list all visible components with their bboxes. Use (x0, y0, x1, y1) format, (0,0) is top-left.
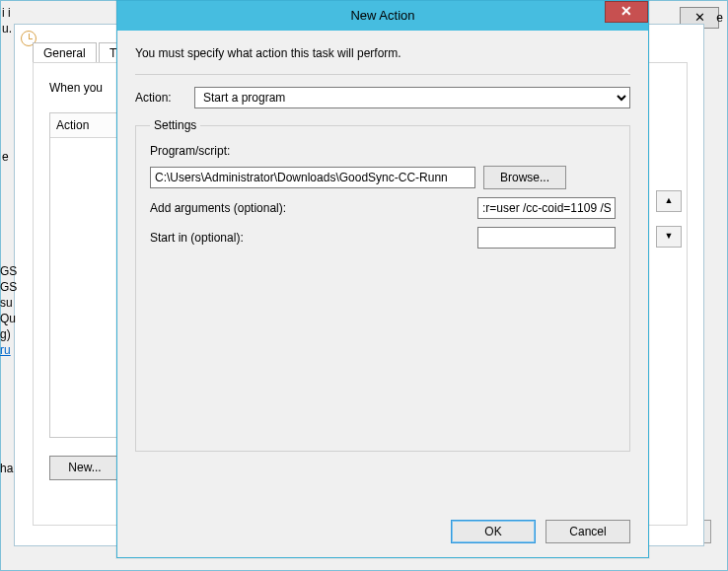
program-script-input[interactable] (150, 167, 475, 188)
chevron-down-icon: ▼ (665, 231, 674, 241)
instruction-text: You must specify what action this task w… (135, 46, 630, 60)
program-label: Program/script: (150, 144, 616, 158)
dialog-body: You must specify what action this task w… (117, 31, 648, 557)
edge-text: e (716, 11, 723, 25)
settings-legend: Settings (150, 118, 200, 132)
start-in-input[interactable] (477, 227, 616, 249)
move-down-button[interactable]: ▼ (656, 226, 682, 248)
ok-button[interactable]: OK (451, 520, 536, 543)
arguments-label: Add arguments (optional): (150, 201, 426, 215)
dialog-button-row: OK Cancel (451, 520, 630, 543)
when-you-text: When you (49, 81, 103, 95)
chevron-up-icon: ▲ (665, 195, 674, 205)
dialog-title: New Action (350, 8, 414, 23)
separator (135, 74, 630, 75)
dialog-titlebar[interactable]: New Action ✕ (117, 1, 648, 31)
arguments-input[interactable] (477, 197, 616, 219)
dialog-close-button[interactable]: ✕ (605, 1, 648, 23)
action-label: Action: (135, 91, 184, 105)
move-up-button[interactable]: ▲ (656, 190, 682, 212)
start-in-label: Start in (optional): (150, 231, 426, 245)
browse-button[interactable]: Browse... (483, 166, 566, 189)
tab-general[interactable]: General (33, 42, 97, 64)
close-icon: ✕ (694, 10, 705, 25)
new-action-dialog: New Action ✕ You must specify what actio… (116, 0, 649, 558)
new-action-button[interactable]: New... (49, 456, 120, 480)
settings-group: Settings Program/script: Browse... Add a… (135, 118, 630, 452)
cancel-button[interactable]: Cancel (546, 520, 630, 543)
left-edge-fragments: i i u. e GS GS su Qu g) ru ha (0, 0, 16, 571)
action-select[interactable]: Start a program (194, 87, 630, 108)
close-icon: ✕ (620, 3, 632, 19)
